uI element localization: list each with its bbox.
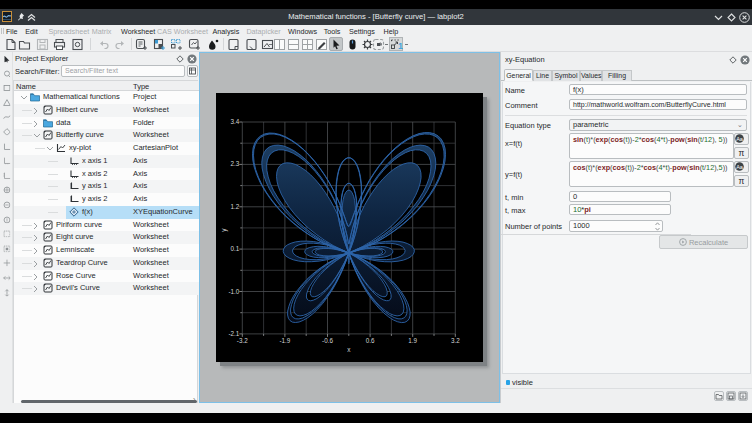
svg-text:3.4: 3.4 bbox=[231, 118, 240, 125]
svg-text:Aa: Aa bbox=[736, 164, 744, 170]
svg-text:-3.2: -3.2 bbox=[237, 337, 248, 344]
svg-text:x: x bbox=[347, 346, 351, 353]
svg-text:0.1: 0.1 bbox=[231, 245, 240, 252]
svg-text:1: 1 bbox=[398, 41, 403, 51]
svg-text:1.2: 1.2 bbox=[231, 203, 240, 210]
svg-text:3.2: 3.2 bbox=[451, 337, 460, 344]
svg-text:2.3: 2.3 bbox=[231, 160, 240, 167]
svg-text:0.6: 0.6 bbox=[366, 337, 375, 344]
svg-text:-2.1: -2.1 bbox=[228, 330, 239, 337]
svg-text:-0.6: -0.6 bbox=[322, 337, 333, 344]
svg-text:Aa: Aa bbox=[736, 136, 744, 142]
svg-text:-1.0: -1.0 bbox=[228, 288, 239, 295]
svg-text:-1.9: -1.9 bbox=[279, 337, 290, 344]
svg-text:1.9: 1.9 bbox=[408, 337, 417, 344]
svg-text:y: y bbox=[220, 228, 228, 232]
